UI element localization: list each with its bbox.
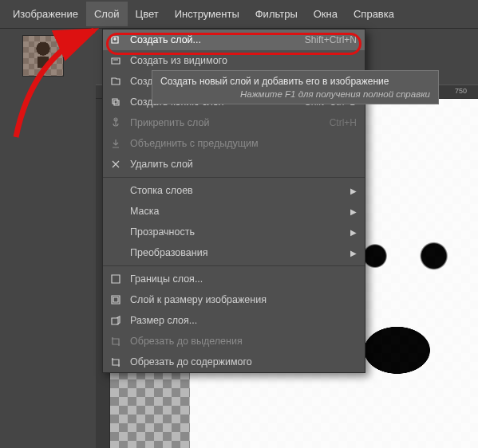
submenu-arrow-icon: ▶ [350,228,357,237]
menu-item-shortcut: Shift+Ctrl+N [305,34,357,45]
menu-item-1[interactable]: Создать из видимого [103,50,365,71]
menu-item-11[interactable]: Преобразования▶ [103,242,365,263]
fit-icon [108,293,124,306]
duplicate-layer-icon [108,96,124,108]
menu-item-label: Размер слоя... [130,315,357,326]
menu-item-0[interactable]: Создать слой...Shift+Ctrl+N [103,29,365,50]
menu-item-9[interactable]: Маска▶ [103,201,365,222]
menubar-item-4[interactable]: Фильтры [247,2,306,26]
blank-icon [108,205,124,218]
submenu-arrow-icon: ▶ [350,187,357,195]
menu-item-4: Прикрепить слойCtrl+H [103,112,365,133]
new-layer-icon [108,33,124,46]
menu-item-label: Стопка слоев [130,185,350,196]
ruler-tick: 750 [455,87,467,95]
menu-item-shortcut: Ctrl+H [330,117,357,128]
menu-item-15[interactable]: Размер слоя... [103,310,365,331]
menu-item-8[interactable]: Стопка слоев▶ [103,180,365,201]
menu-item-label: Удалить слой [130,159,357,170]
resize-icon [108,314,124,327]
anchor-icon [108,116,124,129]
menu-separator [103,265,365,266]
menu-separator [103,177,365,178]
menu-item-5: Объединить с предыдущим [103,133,365,154]
menu-item-16: Обрезать до выделения [103,331,365,352]
menu-item-10[interactable]: Прозрачность▶ [103,222,365,242]
menu-item-label: Преобразования [130,247,350,258]
menu-item-label: Прикрепить слой [130,117,320,128]
crop-content-icon [108,356,124,368]
menu-item-17[interactable]: Обрезать до содержимого [103,352,365,372]
menu-item-label: Границы слоя... [130,273,357,285]
blank-icon [108,226,124,238]
tooltip-hint: Нажмите F1 для получения полной справки [160,89,430,99]
layer-from-visible-icon [108,54,124,67]
submenu-arrow-icon: ▶ [350,207,357,216]
menubar-item-3[interactable]: Инструменты [167,2,247,26]
menu-item-13[interactable]: Границы слоя... [103,269,365,289]
menu-item-label: Создать из видимого [130,55,357,66]
menu-item-6[interactable]: Удалить слой [103,154,365,175]
menubar-item-2[interactable]: Цвет [128,2,167,26]
tooltip: Создать новый слой и добавить его в изоб… [152,70,439,104]
menubar: ИзображениеСлойЦветИнструментыФильтрыОкн… [0,0,478,29]
merge-down-icon [108,137,124,150]
menu-item-label: Прозрачность [130,226,350,238]
menu-item-14[interactable]: Слой к размеру изображения [103,289,365,310]
new-group-icon [108,75,124,88]
menu-item-label: Маска [130,206,350,217]
menubar-item-0[interactable]: Изображение [5,2,86,26]
blank-icon [108,184,124,197]
submenu-arrow-icon: ▶ [350,249,357,257]
layer-thumbnail-panel [22,35,64,77]
menu-item-label: Объединить с предыдущим [130,138,357,149]
boundary-icon [108,273,124,285]
menu-item-label: Обрезать до выделения [130,336,357,347]
menu-item-label: Обрезать до содержимого [130,356,357,367]
layer-thumbnail[interactable] [22,35,64,77]
crop-selection-icon [108,335,124,348]
delete-icon [108,158,124,171]
menubar-item-1[interactable]: Слой [86,2,128,26]
menu-item-label: Создать слой... [130,34,295,45]
blank-icon [108,246,124,259]
menubar-item-6[interactable]: Справка [346,2,402,26]
tooltip-title: Создать новый слой и добавить его в изоб… [160,76,430,87]
menubar-item-5[interactable]: Окна [306,2,346,26]
menu-item-label: Слой к размеру изображения [130,294,357,305]
